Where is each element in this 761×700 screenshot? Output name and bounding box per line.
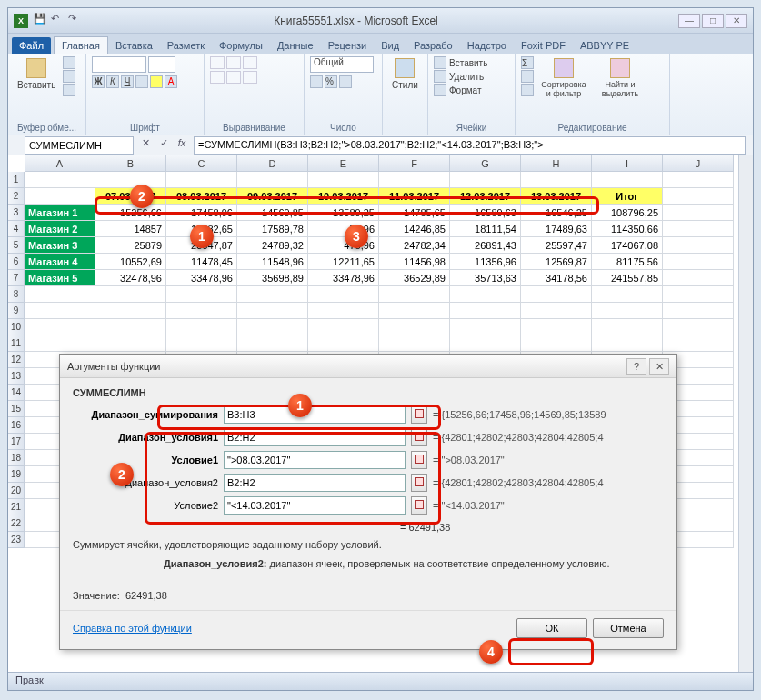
col-header[interactable]: G — [450, 155, 521, 172]
row-header[interactable]: 14 — [8, 385, 25, 401]
cell[interactable]: 08.03.2017 — [166, 188, 237, 205]
cell[interactable] — [25, 319, 95, 335]
cell[interactable]: 34178,56 — [521, 270, 592, 286]
cell[interactable] — [663, 237, 734, 254]
tab-review[interactable]: Рецензи — [321, 37, 375, 54]
cell[interactable]: 174067,08 — [592, 237, 663, 254]
cell[interactable] — [25, 286, 95, 303]
arg-input[interactable] — [224, 496, 406, 515]
autosum-button[interactable]: Σ — [521, 56, 534, 69]
tab-dev[interactable]: Разрабо — [406, 37, 460, 54]
tab-data[interactable]: Данные — [270, 37, 321, 54]
cell[interactable]: 10.03.2017 — [308, 188, 379, 205]
row-header[interactable]: 18 — [8, 450, 25, 466]
dialog-titlebar[interactable]: Аргументы функции ? ✕ — [60, 355, 676, 378]
row-header[interactable]: 1 — [8, 172, 25, 188]
cell[interactable]: 478,96 — [308, 237, 379, 254]
cell[interactable] — [450, 172, 521, 188]
cell[interactable]: Магазин 2 — [25, 221, 95, 237]
cut-button[interactable] — [63, 56, 75, 69]
cell[interactable] — [166, 303, 237, 319]
cell[interactable] — [25, 335, 95, 352]
range-selector-button[interactable] — [411, 474, 427, 492]
align-buttons[interactable] — [210, 56, 257, 84]
cell[interactable]: 13.03.2017 — [521, 188, 592, 205]
cell[interactable]: 241557,85 — [592, 270, 663, 286]
cell[interactable] — [663, 286, 734, 303]
row-header[interactable]: 4 — [8, 221, 25, 237]
underline-button[interactable]: Ч — [121, 75, 134, 88]
cell[interactable] — [663, 254, 734, 270]
cell[interactable] — [166, 335, 237, 352]
cell[interactable]: 35713,63 — [450, 270, 521, 286]
tab-insert[interactable]: Вставка — [108, 37, 160, 54]
cell[interactable]: Магазин 3 — [25, 237, 95, 254]
cell[interactable]: 33478,96 — [166, 270, 237, 286]
col-header[interactable]: E — [308, 155, 379, 172]
cell[interactable] — [25, 303, 95, 319]
fill-color-button[interactable] — [150, 75, 163, 88]
column-headers[interactable]: ABCDEFGHIJ — [25, 155, 753, 172]
cell[interactable] — [95, 319, 166, 335]
cell[interactable]: 12211,65 — [308, 254, 379, 270]
cell[interactable] — [237, 303, 308, 319]
row-header[interactable]: 22 — [8, 515, 25, 532]
cell[interactable] — [379, 335, 450, 352]
number-format-select[interactable]: Общий — [310, 56, 374, 73]
col-header[interactable]: F — [379, 155, 450, 172]
cell[interactable] — [450, 303, 521, 319]
cell[interactable]: 15256,66 — [95, 205, 166, 221]
cell[interactable]: 16589,63 — [450, 205, 521, 221]
vertical-scrollbar[interactable] — [738, 155, 753, 672]
cell[interactable] — [237, 286, 308, 303]
cell[interactable] — [166, 319, 237, 335]
cell[interactable] — [237, 172, 308, 188]
cell[interactable]: 17458,96 — [166, 205, 237, 221]
cell[interactable] — [25, 188, 95, 205]
cell[interactable] — [166, 172, 237, 188]
percent-button[interactable]: % — [325, 75, 337, 88]
cell[interactable]: 114350,66 — [592, 221, 663, 237]
cell[interactable] — [379, 303, 450, 319]
cell[interactable] — [663, 303, 734, 319]
clear-button[interactable] — [521, 84, 534, 96]
cell[interactable]: 11.03.2017 — [379, 188, 450, 205]
cell[interactable]: 35698,89 — [237, 270, 308, 286]
col-header[interactable]: A — [25, 155, 95, 172]
minimize-button[interactable]: — — [678, 14, 700, 28]
row-header[interactable]: 6 — [8, 254, 25, 270]
arg-input[interactable] — [224, 474, 406, 492]
ok-button[interactable]: ОК — [516, 618, 587, 638]
maximize-button[interactable]: □ — [702, 14, 724, 28]
currency-button[interactable] — [310, 75, 323, 88]
col-header[interactable]: C — [166, 155, 237, 172]
cell[interactable] — [237, 319, 308, 335]
redo-icon[interactable]: ↷ — [68, 13, 83, 27]
save-icon[interactable]: 💾 — [34, 13, 48, 27]
cell[interactable]: 17589,78 — [237, 221, 308, 237]
cell[interactable] — [308, 172, 379, 188]
tab-addins[interactable]: Надстро — [460, 37, 514, 54]
dialog-help-button[interactable]: ? — [626, 358, 646, 375]
cell[interactable] — [663, 172, 734, 188]
cell[interactable] — [450, 335, 521, 352]
row-header[interactable]: 23 — [8, 532, 25, 548]
cell[interactable]: 14246,85 — [379, 221, 450, 237]
cell[interactable]: Магазин 1 — [25, 205, 95, 221]
cancel-formula-button[interactable]: ✕ — [137, 137, 154, 154]
cell[interactable] — [521, 319, 592, 335]
cell[interactable] — [25, 172, 95, 188]
cell[interactable]: 12.03.2017 — [450, 188, 521, 205]
cell[interactable] — [237, 335, 308, 352]
tab-home[interactable]: Главная — [54, 36, 108, 54]
row-header[interactable]: 9 — [8, 303, 25, 319]
cell[interactable] — [592, 172, 663, 188]
border-button[interactable] — [135, 75, 148, 88]
arg-input[interactable] — [224, 405, 406, 424]
tab-file[interactable]: Файл — [12, 37, 51, 54]
tab-abbyy[interactable]: ABBYY PE — [573, 37, 636, 54]
cell[interactable]: 33478,96 — [308, 270, 379, 286]
font-family-select[interactable] — [92, 56, 146, 73]
cell[interactable]: 36529,89 — [379, 270, 450, 286]
italic-button[interactable]: К — [106, 75, 119, 88]
